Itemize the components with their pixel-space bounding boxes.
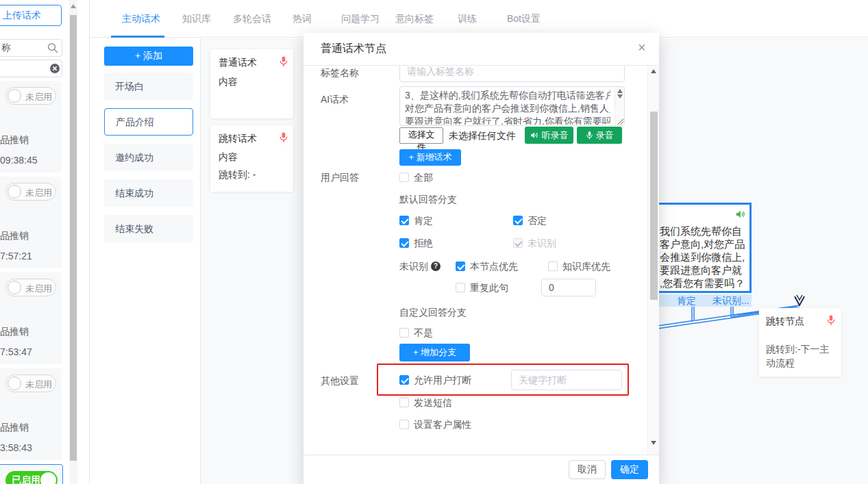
scroll-up-arrow[interactable] — [71, 4, 76, 8]
node-edit-modal: 普通话术节点 × 标签名称 AI话术 3、是这样的,我们系统先帮你自动打电话筛选… — [303, 33, 659, 484]
help-question-icon[interactable]: ? — [431, 262, 441, 271]
checkbox-send-sms[interactable] — [399, 398, 409, 407]
default-branch-title: 默认回答分支 — [399, 194, 457, 205]
checkbox-deny[interactable] — [513, 216, 523, 225]
tab-multi-round[interactable]: 多轮会话 — [233, 13, 271, 24]
modal-scrollbar-track[interactable] — [647, 66, 659, 455]
checkbox-affirm-label: 肯定 — [414, 215, 433, 226]
script-card-selected[interactable]: 已启用 — [0, 464, 63, 484]
microphone-icon[interactable] — [279, 131, 288, 144]
tab-active-script[interactable]: 主动话术 — [122, 13, 160, 24]
toggle-knob — [40, 472, 56, 484]
scroll-up-arrow[interactable] — [651, 69, 656, 73]
listen-recording-button[interactable]: 听录音 — [525, 127, 573, 144]
sidebar-scrollbar-thumb[interactable] — [70, 15, 77, 461]
upload-script-button[interactable]: 上传话术 — [0, 5, 62, 26]
enable-toggle-off[interactable]: 未启用 — [5, 87, 56, 105]
textarea-resize-grip[interactable] — [617, 118, 623, 125]
listen-recording-label: 听录音 — [542, 129, 569, 142]
checkbox-set-customer-attr-label: 设置客户属性 — [414, 419, 471, 430]
speaker-icon[interactable] — [735, 209, 747, 220]
search-icon[interactable] — [47, 42, 59, 54]
choose-file-button[interactable]: 选择文件 — [399, 127, 443, 144]
bubble-line: 要跟进意向客户就 — [660, 265, 742, 276]
tab-active-underline — [111, 36, 164, 38]
repeat-count-input[interactable] — [541, 279, 596, 296]
tab-question-learning[interactable]: 问题学习 — [341, 13, 380, 24]
tag-name-input[interactable] — [399, 66, 625, 82]
checkbox-custom-branch-label: 不是 — [414, 327, 433, 338]
checkbox-refuse[interactable] — [399, 238, 409, 248]
ai-script-textarea[interactable]: 3、是这样的,我们系统先帮你自动打电话筛选客户意向, 对您产品有意向的客户会推送… — [399, 86, 625, 126]
node-jump-label: 跳转到: - — [219, 169, 256, 180]
enable-toggle-off[interactable]: 未启用 — [5, 183, 56, 201]
field-label-tag-name: 标签名称 — [321, 67, 359, 78]
canvas-jump-node-card[interactable]: 跳转节点 跳转到:-下一主 动流程 — [759, 308, 841, 377]
add-stage-button[interactable]: + 添加 — [104, 47, 193, 66]
clear-input-icon[interactable] — [49, 63, 60, 74]
checkbox-node-first[interactable] — [456, 262, 465, 271]
tab-knowledge[interactable]: 知识库 — [182, 13, 211, 24]
sidebar: 上传话术 未启用 品推销 09:38:45 未启用 品推销 7:57:21 未启… — [0, 0, 90, 484]
modal-body: 标签名称 AI话术 3、是这样的,我们系统先帮你自动打电话筛选客户意向, 对您产… — [303, 66, 659, 455]
tab-training[interactable]: 训练 — [458, 13, 477, 24]
script-time: 7:53:47 — [0, 346, 32, 357]
stage-item-opening[interactable]: 开场白 — [104, 73, 193, 100]
microphone-icon[interactable] — [279, 55, 288, 68]
checkbox-custom-branch[interactable] — [399, 328, 409, 337]
script-card[interactable]: 未启用 品推销 3:58:43 — [0, 368, 62, 460]
script-card[interactable]: 未启用 品推销 7:57:21 — [0, 177, 62, 268]
stage-item-end-success[interactable]: 结束成功 — [104, 179, 193, 207]
stage-item-invite-success[interactable]: 邀约成功 — [104, 144, 193, 171]
stage-column-divider — [200, 38, 201, 484]
checkbox-kb-first[interactable] — [548, 262, 558, 271]
checkbox-repeat-label: 重复此句 — [470, 282, 508, 293]
toggle-label: 未启用 — [25, 187, 52, 199]
toggle-label: 未启用 — [25, 91, 52, 103]
checkbox-node-first-label: 本节点优先 — [470, 261, 518, 272]
jump-node-title: 跳转节点 — [766, 316, 804, 327]
close-icon[interactable]: × — [638, 42, 646, 53]
script-card[interactable]: 未启用 品推销 7:53:47 — [0, 272, 62, 364]
checkbox-repeat[interactable] — [456, 283, 465, 292]
script-name: 品推销 — [0, 326, 29, 337]
script-time: 3:58:43 — [0, 442, 32, 453]
node-card-jump-script[interactable]: 跳转话术 内容 跳转到: - — [210, 125, 293, 192]
custom-branch-title: 自定义回答分支 — [399, 307, 467, 318]
tab-intent-label[interactable]: 意向标签 — [395, 13, 434, 24]
scroll-down-arrow[interactable] — [651, 441, 656, 445]
toggle-label: 未启用 — [25, 379, 52, 391]
checkbox-send-sms-label: 发送短信 — [414, 397, 452, 408]
toggle-label: 已启用 — [12, 474, 40, 484]
modal-scrollbar-thumb[interactable] — [650, 112, 658, 300]
enable-toggle-off[interactable]: 未启用 — [5, 279, 56, 296]
enable-toggle-on[interactable]: 已启用 — [5, 471, 58, 484]
record-label: 录音 — [596, 129, 614, 142]
script-time: 09:38:45 — [0, 155, 38, 166]
script-name: 品推销 — [0, 422, 29, 433]
checkbox-affirm[interactable] — [399, 216, 409, 225]
microphone-icon[interactable] — [826, 314, 836, 327]
cancel-button[interactable]: 取消 — [569, 460, 606, 479]
modal-footer: 取消 确定 — [303, 455, 659, 484]
script-card[interactable]: 未启用 品推销 09:38:45 — [0, 81, 62, 173]
checkbox-set-customer-attr[interactable] — [399, 420, 409, 429]
jump-node-target-line: 动流程 — [766, 357, 795, 368]
modal-title: 普通话术节点 — [321, 43, 386, 54]
add-script-button[interactable]: + 新增话术 — [399, 149, 461, 166]
add-branch-button[interactable]: + 增加分支 — [399, 344, 470, 361]
stage-item-end-fail[interactable]: 结束失败 — [104, 215, 193, 242]
record-button[interactable]: 录音 — [577, 127, 622, 144]
stage-item-product-intro[interactable]: 产品介绍 — [104, 108, 193, 136]
annotation-highlight-rect — [377, 364, 629, 396]
canvas-speech-bubble[interactable]: 我们系统先帮你自 客户意向,对您产品 会推送到你微信上, 要跟进意向客户就 ,您… — [654, 203, 752, 293]
file-status-text: 未选择任何文件 — [449, 130, 516, 141]
confirm-button[interactable]: 确定 — [611, 460, 648, 479]
node-title: 跳转话术 — [219, 133, 257, 144]
enable-toggle-off[interactable]: 未启用 — [5, 374, 56, 392]
checkbox-all[interactable] — [399, 173, 409, 182]
tab-bot-settings[interactable]: Bot设置 — [507, 13, 541, 24]
node-card-normal-script[interactable]: 普通话术 内容 — [210, 49, 293, 118]
tab-hotwords[interactable]: 热词 — [293, 13, 312, 24]
sidebar-divider — [89, 0, 90, 484]
